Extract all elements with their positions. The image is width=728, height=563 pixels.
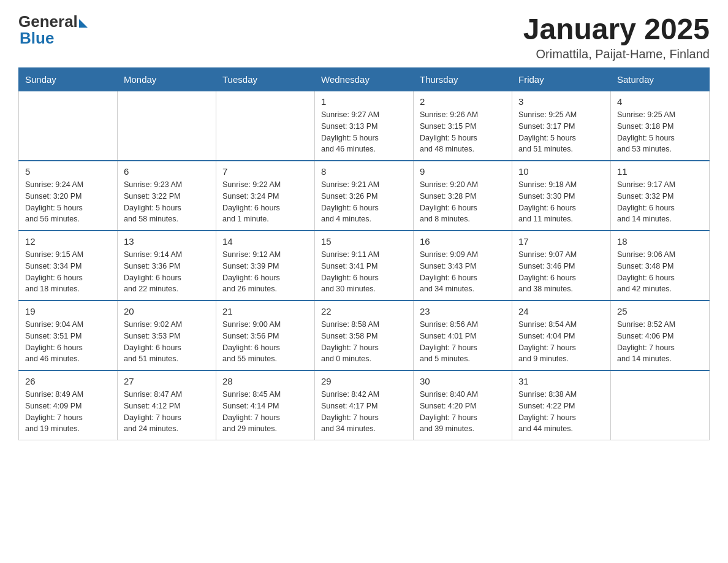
day-info: Sunrise: 9:06 AM Sunset: 3:48 PM Dayligh…: [617, 249, 703, 295]
day-number: 3: [518, 96, 604, 107]
day-number: 2: [420, 96, 506, 107]
calendar-cell: 1Sunrise: 9:27 AM Sunset: 3:13 PM Daylig…: [315, 91, 414, 161]
calendar-cell: 3Sunrise: 9:25 AM Sunset: 3:17 PM Daylig…: [512, 91, 611, 161]
calendar-cell: [216, 91, 315, 161]
day-info: Sunrise: 9:11 AM Sunset: 3:41 PM Dayligh…: [321, 249, 407, 295]
day-info: Sunrise: 9:12 AM Sunset: 3:39 PM Dayligh…: [222, 249, 308, 295]
day-number: 25: [617, 306, 703, 316]
calendar-cell: 23Sunrise: 8:56 AM Sunset: 4:01 PM Dayli…: [414, 301, 512, 370]
calendar-cell: 7Sunrise: 9:22 AM Sunset: 3:24 PM Daylig…: [216, 161, 315, 231]
day-info: Sunrise: 8:38 AM Sunset: 4:22 PM Dayligh…: [518, 389, 604, 435]
day-number: 11: [617, 166, 703, 177]
calendar-cell: 9Sunrise: 9:20 AM Sunset: 3:28 PM Daylig…: [414, 161, 512, 231]
calendar-cell: 19Sunrise: 9:04 AM Sunset: 3:51 PM Dayli…: [19, 301, 118, 370]
day-info: Sunrise: 9:25 AM Sunset: 3:18 PM Dayligh…: [617, 109, 703, 155]
page-header: General Blue January 2025 Orimattila, Pa…: [18, 12, 710, 61]
calendar-cell: 29Sunrise: 8:42 AM Sunset: 4:17 PM Dayli…: [315, 370, 414, 440]
day-info: Sunrise: 9:25 AM Sunset: 3:17 PM Dayligh…: [518, 109, 604, 155]
day-number: 22: [321, 306, 407, 316]
day-info: Sunrise: 9:26 AM Sunset: 3:15 PM Dayligh…: [420, 109, 506, 155]
day-info: Sunrise: 9:17 AM Sunset: 3:32 PM Dayligh…: [617, 179, 703, 225]
week-row-4: 19Sunrise: 9:04 AM Sunset: 3:51 PM Dayli…: [19, 301, 710, 370]
logo-triangle-icon: [79, 19, 88, 28]
day-info: Sunrise: 9:02 AM Sunset: 3:53 PM Dayligh…: [124, 319, 210, 365]
day-info: Sunrise: 8:42 AM Sunset: 4:17 PM Dayligh…: [321, 389, 407, 435]
logo: General Blue: [18, 12, 88, 48]
day-header-friday: Friday: [512, 68, 611, 91]
calendar-cell: 6Sunrise: 9:23 AM Sunset: 3:22 PM Daylig…: [118, 161, 216, 231]
day-info: Sunrise: 9:04 AM Sunset: 3:51 PM Dayligh…: [25, 319, 111, 365]
day-header-sunday: Sunday: [19, 68, 118, 91]
day-info: Sunrise: 8:49 AM Sunset: 4:09 PM Dayligh…: [25, 389, 111, 435]
day-info: Sunrise: 8:45 AM Sunset: 4:14 PM Dayligh…: [222, 389, 308, 435]
calendar-cell: 4Sunrise: 9:25 AM Sunset: 3:18 PM Daylig…: [611, 91, 710, 161]
day-info: Sunrise: 8:40 AM Sunset: 4:20 PM Dayligh…: [420, 389, 506, 435]
calendar-cell: 14Sunrise: 9:12 AM Sunset: 3:39 PM Dayli…: [216, 231, 315, 301]
day-header-thursday: Thursday: [414, 68, 512, 91]
day-info: Sunrise: 9:15 AM Sunset: 3:34 PM Dayligh…: [25, 249, 111, 295]
calendar-cell: 8Sunrise: 9:21 AM Sunset: 3:26 PM Daylig…: [315, 161, 414, 231]
day-number: 8: [321, 166, 407, 177]
week-row-5: 26Sunrise: 8:49 AM Sunset: 4:09 PM Dayli…: [19, 370, 710, 440]
day-number: 10: [518, 166, 604, 177]
day-info: Sunrise: 8:52 AM Sunset: 4:06 PM Dayligh…: [617, 319, 703, 365]
day-number: 21: [222, 306, 308, 316]
day-info: Sunrise: 9:24 AM Sunset: 3:20 PM Dayligh…: [25, 179, 111, 225]
calendar-cell: 21Sunrise: 9:00 AM Sunset: 3:56 PM Dayli…: [216, 301, 315, 370]
title-section: January 2025 Orimattila, Paijat-Hame, Fi…: [523, 12, 710, 61]
calendar-cell: 24Sunrise: 8:54 AM Sunset: 4:04 PM Dayli…: [512, 301, 611, 370]
day-info: Sunrise: 9:23 AM Sunset: 3:22 PM Dayligh…: [124, 179, 210, 225]
day-number: 30: [420, 376, 506, 386]
calendar-cell: 13Sunrise: 9:14 AM Sunset: 3:36 PM Dayli…: [118, 231, 216, 301]
calendar-cell: 2Sunrise: 9:26 AM Sunset: 3:15 PM Daylig…: [414, 91, 512, 161]
calendar-cell: 11Sunrise: 9:17 AM Sunset: 3:32 PM Dayli…: [611, 161, 710, 231]
logo-blue: Blue: [18, 29, 88, 48]
day-number: 28: [222, 376, 308, 386]
day-number: 24: [518, 306, 604, 316]
day-info: Sunrise: 9:20 AM Sunset: 3:28 PM Dayligh…: [420, 179, 506, 225]
day-number: 6: [124, 166, 210, 177]
calendar-cell: [19, 91, 118, 161]
month-year-title: January 2025: [523, 12, 710, 46]
location-subtitle: Orimattila, Paijat-Hame, Finland: [523, 47, 710, 61]
week-row-1: 1Sunrise: 9:27 AM Sunset: 3:13 PM Daylig…: [19, 91, 710, 161]
calendar-cell: 27Sunrise: 8:47 AM Sunset: 4:12 PM Dayli…: [118, 370, 216, 440]
day-info: Sunrise: 9:22 AM Sunset: 3:24 PM Dayligh…: [222, 179, 308, 225]
calendar-cell: [118, 91, 216, 161]
day-header-wednesday: Wednesday: [315, 68, 414, 91]
day-info: Sunrise: 8:47 AM Sunset: 4:12 PM Dayligh…: [124, 389, 210, 435]
day-info: Sunrise: 9:09 AM Sunset: 3:43 PM Dayligh…: [420, 249, 506, 295]
day-number: 16: [420, 236, 506, 247]
day-number: 15: [321, 236, 407, 247]
calendar-cell: 26Sunrise: 8:49 AM Sunset: 4:09 PM Dayli…: [19, 370, 118, 440]
day-number: 5: [25, 166, 111, 177]
day-header-saturday: Saturday: [611, 68, 710, 91]
calendar-cell: 25Sunrise: 8:52 AM Sunset: 4:06 PM Dayli…: [611, 301, 710, 370]
days-header-row: SundayMondayTuesdayWednesdayThursdayFrid…: [19, 68, 710, 91]
day-number: 29: [321, 376, 407, 386]
calendar-cell: 16Sunrise: 9:09 AM Sunset: 3:43 PM Dayli…: [414, 231, 512, 301]
day-info: Sunrise: 8:54 AM Sunset: 4:04 PM Dayligh…: [518, 319, 604, 365]
day-number: 19: [25, 306, 111, 316]
calendar-cell: [611, 370, 710, 440]
day-number: 7: [222, 166, 308, 177]
day-number: 4: [617, 96, 703, 107]
day-number: 23: [420, 306, 506, 316]
day-number: 18: [617, 236, 703, 247]
calendar-cell: 31Sunrise: 8:38 AM Sunset: 4:22 PM Dayli…: [512, 370, 611, 440]
day-header-tuesday: Tuesday: [216, 68, 315, 91]
calendar-cell: 18Sunrise: 9:06 AM Sunset: 3:48 PM Dayli…: [611, 231, 710, 301]
calendar-cell: 17Sunrise: 9:07 AM Sunset: 3:46 PM Dayli…: [512, 231, 611, 301]
calendar-cell: 5Sunrise: 9:24 AM Sunset: 3:20 PM Daylig…: [19, 161, 118, 231]
calendar-cell: 20Sunrise: 9:02 AM Sunset: 3:53 PM Dayli…: [118, 301, 216, 370]
day-number: 17: [518, 236, 604, 247]
day-number: 13: [124, 236, 210, 247]
day-number: 27: [124, 376, 210, 386]
day-header-monday: Monday: [118, 68, 216, 91]
day-number: 26: [25, 376, 111, 386]
week-row-2: 5Sunrise: 9:24 AM Sunset: 3:20 PM Daylig…: [19, 161, 710, 231]
calendar-cell: 12Sunrise: 9:15 AM Sunset: 3:34 PM Dayli…: [19, 231, 118, 301]
day-info: Sunrise: 9:21 AM Sunset: 3:26 PM Dayligh…: [321, 179, 407, 225]
day-number: 12: [25, 236, 111, 247]
calendar-cell: 30Sunrise: 8:40 AM Sunset: 4:20 PM Dayli…: [414, 370, 512, 440]
